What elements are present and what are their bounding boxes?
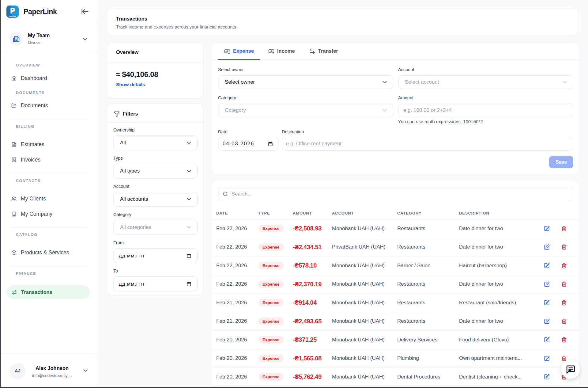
svg-text:PaperLink: PaperLink xyxy=(9,16,16,17)
